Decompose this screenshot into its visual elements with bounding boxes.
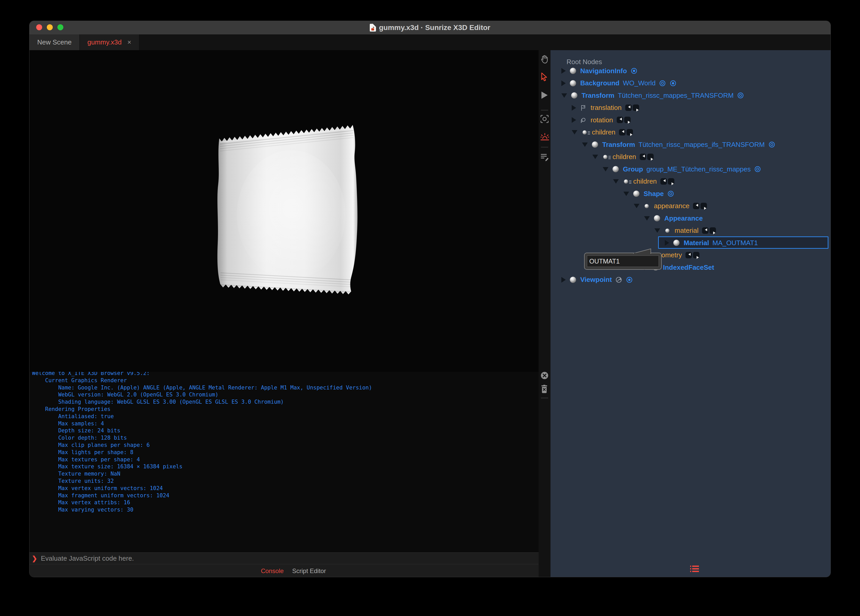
document-icon <box>370 24 376 31</box>
tree-row-children[interactable]: children <box>613 175 675 188</box>
tree-row-children[interactable]: children <box>572 126 634 138</box>
tree-row-transform[interactable]: TransformTütchen_rissc_mappes_TRANSFORM <box>561 89 744 102</box>
ring-badge-icon[interactable] <box>768 141 775 148</box>
tree-row-group[interactable]: Groupgroup_ME_Tütchen_rissc_mappes <box>603 163 761 175</box>
expand-expanded-triangle[interactable] <box>572 130 578 135</box>
outline-panel: Root Nodes NavigationInfoBackgroundWO_Wo… <box>551 50 831 577</box>
ring-badge-icon[interactable] <box>737 92 744 99</box>
route-connector-icons[interactable] <box>639 153 654 161</box>
tree-row-children[interactable]: children <box>592 151 654 163</box>
3d-viewport[interactable] <box>30 50 538 372</box>
tab-gummy-x3d[interactable]: gummy.x3d× <box>80 35 140 50</box>
route-connector-icons[interactable] <box>625 104 640 112</box>
toolbar-divider <box>541 110 548 110</box>
rename-popup <box>584 253 662 270</box>
node-type-label: Appearance <box>664 214 703 222</box>
field-sphere-icon <box>645 204 649 208</box>
field-name-label: material <box>675 226 698 234</box>
tree-row-material[interactable]: MaterialMA_OUTMAT1 <box>665 237 758 249</box>
expand-expanded-triangle[interactable] <box>603 167 609 171</box>
select-arrow-tool-icon[interactable] <box>540 72 549 81</box>
node-def-name: Tütchen_rissc_mappes_ifs_TRANSFORM <box>639 141 764 149</box>
tree-row-appearance[interactable]: Appearance <box>644 212 703 225</box>
tree-row-background[interactable]: BackgroundWO_World <box>561 77 677 90</box>
expand-collapsed-triangle[interactable] <box>561 68 566 74</box>
node-sphere-icon <box>570 277 576 283</box>
dot-badge-icon[interactable] <box>669 80 677 87</box>
console-output[interactable]: Welcome to X_ITE X3D Browser v9.5.2: Cur… <box>30 372 538 552</box>
tab-new-scene[interactable]: New Scene <box>30 35 80 50</box>
sunrise-light-icon[interactable] <box>540 132 549 141</box>
node-sphere-icon <box>612 166 619 172</box>
expand-collapsed-triangle[interactable] <box>561 80 566 86</box>
expand-expanded-triangle[interactable] <box>623 192 629 196</box>
node-type-label: Material <box>684 239 709 247</box>
children-field-icon <box>624 179 628 184</box>
expand-expanded-triangle[interactable] <box>634 204 639 208</box>
field-name-label: rotation <box>590 116 613 124</box>
route-connector-icons[interactable] <box>619 128 634 137</box>
node-sphere-icon <box>570 80 576 86</box>
snapshot-camera-icon[interactable] <box>540 115 549 123</box>
tree-row-material[interactable]: material <box>654 225 717 237</box>
outline-tab-list-icon[interactable] <box>690 565 699 573</box>
route-connector-icons[interactable] <box>660 178 675 186</box>
rename-input[interactable] <box>587 256 659 267</box>
ring-badge-icon[interactable] <box>754 165 761 173</box>
footer-tab-console[interactable]: Console <box>261 564 284 577</box>
console-input-placeholder[interactable]: Evaluate JavaScript code here. <box>41 555 134 563</box>
tree-row-appearance[interactable]: appearance <box>634 200 708 212</box>
ring-badge-icon[interactable] <box>659 80 666 87</box>
expand-expanded-triangle[interactable] <box>644 216 650 221</box>
footer-tab-script-editor[interactable]: Script Editor <box>292 564 326 577</box>
translation-field-icon <box>581 105 586 111</box>
console-input-row[interactable]: ❯ Evaluate JavaScript code here. <box>30 552 538 564</box>
trash-console-icon[interactable] <box>540 385 549 393</box>
console-log-text: Welcome to X_ITE X3D Browser v9.5.2: Cur… <box>32 372 372 514</box>
route-connector-icons[interactable] <box>685 251 700 259</box>
play-button-icon[interactable] <box>540 91 549 99</box>
route-connector-icons[interactable] <box>617 116 631 124</box>
node-sphere-icon <box>673 240 680 246</box>
expand-expanded-triangle[interactable] <box>592 155 598 159</box>
toolbar-divider <box>541 398 548 398</box>
route-connector-icons[interactable] <box>693 202 708 210</box>
tab-label: gummy.x3d <box>87 38 121 46</box>
children-field-icon <box>582 130 587 135</box>
title-bar[interactable]: gummy.x3d · Sunrize X3D Editor <box>30 21 830 35</box>
rotation-field-icon <box>580 117 587 123</box>
node-type-label: Transform <box>582 91 614 99</box>
node-type-label: Transform <box>602 141 635 149</box>
script-editor-log-icon[interactable] <box>540 153 549 161</box>
node-sphere-icon <box>571 92 578 99</box>
node-def-name: WO_World <box>623 79 656 87</box>
dot-badge-icon[interactable] <box>630 67 638 74</box>
tab-close-icon[interactable]: × <box>127 38 131 46</box>
ring-badge-icon[interactable] <box>667 190 674 197</box>
expand-collapsed-triangle[interactable] <box>665 240 669 246</box>
expand-expanded-triangle[interactable] <box>561 93 567 98</box>
tree-row-shape[interactable]: Shape <box>623 187 674 200</box>
node-sphere-icon <box>592 141 598 148</box>
expand-collapsed-triangle[interactable] <box>561 277 566 283</box>
tree-row-transform[interactable]: TransformTütchen_rissc_mappes_ifs_TRANSF… <box>582 138 775 151</box>
field-name-label: appearance <box>654 202 689 210</box>
node-type-label: IndexedFaceSet <box>663 264 714 272</box>
node-sphere-icon <box>633 190 639 197</box>
expand-collapsed-triangle[interactable] <box>572 105 576 111</box>
node-type-label: Viewpoint <box>580 276 612 284</box>
expand-collapsed-triangle[interactable] <box>572 117 576 123</box>
wrench-badge-icon[interactable] <box>615 276 622 283</box>
route-connector-icons[interactable] <box>702 226 717 235</box>
tree-row-viewpoint[interactable]: Viewpoint <box>561 273 633 286</box>
tree-row-navigationinfo[interactable]: NavigationInfo <box>561 64 638 77</box>
tree-row-translation[interactable]: translation <box>572 102 640 114</box>
clear-console-icon[interactable] <box>540 371 549 380</box>
tree-row-rotation[interactable]: rotation <box>572 114 631 126</box>
expand-expanded-triangle[interactable] <box>654 228 660 233</box>
expand-expanded-triangle[interactable] <box>613 179 619 184</box>
expand-expanded-triangle[interactable] <box>582 143 588 147</box>
package-3d-render <box>216 122 362 305</box>
dot-badge-icon[interactable] <box>626 276 633 283</box>
hand-pan-tool-icon[interactable] <box>540 55 549 63</box>
